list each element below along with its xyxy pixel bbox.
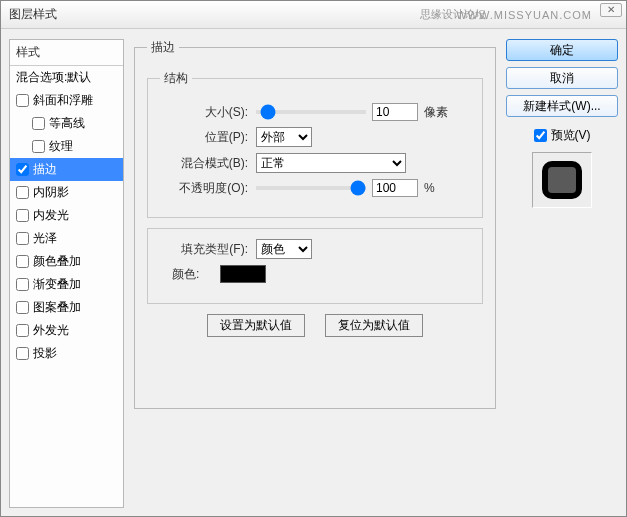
sidebar-header: 样式 [10,40,123,66]
check-texture[interactable] [32,140,45,153]
sidebar-item-texture[interactable]: 纹理 [10,135,123,158]
styles-sidebar: 样式 混合选项:默认 斜面和浮雕 等高线 纹理 描边 内阴影 内发光 光泽 颜色… [9,39,124,508]
ok-button[interactable]: 确定 [506,39,618,61]
sidebar-item-innerglow[interactable]: 内发光 [10,204,123,227]
fill-fieldset: 填充类型(F): 颜色 颜色: [147,228,483,304]
check-satin[interactable] [16,232,29,245]
sidebar-item-innershadow[interactable]: 内阴影 [10,181,123,204]
sidebar-item-gradientoverlay[interactable]: 渐变叠加 [10,273,123,296]
preview-shape [542,161,582,199]
check-outerglow[interactable] [16,324,29,337]
structure-fieldset: 结构 大小(S): 像素 位置(P): 外部 混合模式(B): 正常 [147,70,483,218]
check-stroke[interactable] [16,163,29,176]
main-panel: 描边 结构 大小(S): 像素 位置(P): 外部 混合模式(B): [134,39,496,508]
stroke-legend: 描边 [147,39,179,56]
opacity-label: 不透明度(O): [160,180,248,197]
blend-label: 混合模式(B): [160,155,248,172]
check-innerglow[interactable] [16,209,29,222]
stroke-fieldset: 描边 结构 大小(S): 像素 位置(P): 外部 混合模式(B): [134,39,496,409]
position-label: 位置(P): [160,129,248,146]
dialog-title: 图层样式 [9,6,57,23]
sidebar-item-stroke[interactable]: 描边 [10,158,123,181]
fillcolor-swatch[interactable] [220,265,266,283]
position-select[interactable]: 外部 [256,127,312,147]
check-dropshadow[interactable] [16,347,29,360]
newstyle-button[interactable]: 新建样式(W)... [506,95,618,117]
layer-style-dialog: 图层样式 思缘设计论坛 WWW.MISSYUAN.COM ✕ 样式 混合选项:默… [0,0,627,517]
size-label: 大小(S): [160,104,248,121]
size-slider[interactable] [256,110,366,114]
size-unit: 像素 [424,104,448,121]
reset-default-button[interactable]: 复位为默认值 [325,314,423,337]
preview-toggle[interactable]: 预览(V) [506,127,618,144]
blend-select[interactable]: 正常 [256,153,406,173]
watermark-url: WWW.MISSYUAN.COM [456,9,592,21]
opacity-unit: % [424,181,435,195]
fillcolor-label: 颜色: [172,266,212,283]
opacity-input[interactable] [372,179,418,197]
close-button[interactable]: ✕ [600,3,622,17]
sidebar-item-dropshadow[interactable]: 投影 [10,342,123,365]
sidebar-item-coloroverlay[interactable]: 颜色叠加 [10,250,123,273]
check-bevel[interactable] [16,94,29,107]
titlebar[interactable]: 图层样式 思缘设计论坛 WWW.MISSYUAN.COM ✕ [1,1,626,29]
filltype-label: 填充类型(F): [160,241,248,258]
filltype-select[interactable]: 颜色 [256,239,312,259]
check-innershadow[interactable] [16,186,29,199]
check-gradientoverlay[interactable] [16,278,29,291]
sidebar-item-outerglow[interactable]: 外发光 [10,319,123,342]
check-contour[interactable] [32,117,45,130]
sidebar-item-patternoverlay[interactable]: 图案叠加 [10,296,123,319]
structure-legend: 结构 [160,70,192,87]
check-patternoverlay[interactable] [16,301,29,314]
opacity-slider[interactable] [256,186,366,190]
check-coloroverlay[interactable] [16,255,29,268]
sidebar-item-contour[interactable]: 等高线 [10,112,123,135]
set-default-button[interactable]: 设置为默认值 [207,314,305,337]
sidebar-item-bevel[interactable]: 斜面和浮雕 [10,89,123,112]
size-input[interactable] [372,103,418,121]
sidebar-item-satin[interactable]: 光泽 [10,227,123,250]
right-column: 确定 取消 新建样式(W)... 预览(V) [506,39,618,508]
cancel-button[interactable]: 取消 [506,67,618,89]
preview-box [532,152,592,208]
sidebar-blend-options[interactable]: 混合选项:默认 [10,66,123,89]
preview-checkbox[interactable] [534,129,547,142]
